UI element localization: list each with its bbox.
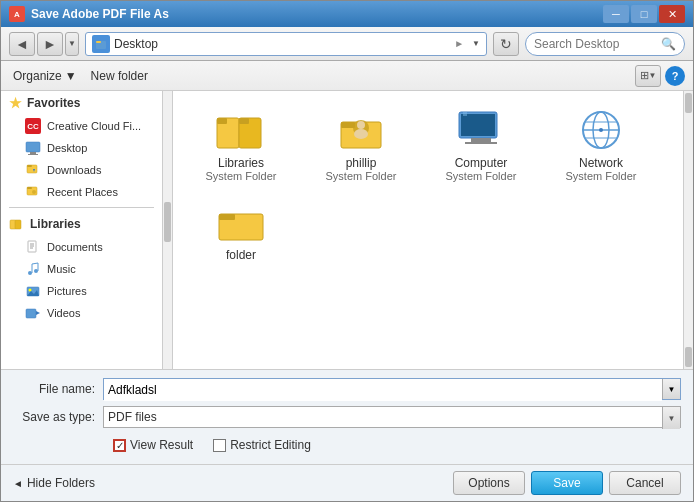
- sidebar-item-downloads-label: Downloads: [47, 164, 101, 176]
- sidebar-item-videos-label: Videos: [47, 307, 80, 319]
- svg-rect-6: [28, 154, 38, 155]
- svg-point-36: [357, 121, 365, 129]
- downloads-icon: [25, 162, 41, 178]
- file-list-area: Libraries System Folder phill: [173, 91, 683, 369]
- form-area: File name: ▼ Save as type: PDF files ▼ ✓…: [1, 370, 693, 464]
- close-button[interactable]: ✕: [659, 5, 685, 23]
- file-item-name: folder: [226, 248, 256, 262]
- view-result-checkbox[interactable]: ✓: [113, 439, 126, 452]
- user-icon: [335, 108, 387, 152]
- sidebar-item-creative-cloud[interactable]: CC Creative Cloud Fi...: [1, 115, 162, 137]
- footer: ◄ Hide Folders Options Save Cancel: [1, 464, 693, 501]
- window-title: Save Adobe PDF File As: [31, 7, 169, 21]
- sidebar-item-recent-places[interactable]: Recent Places: [1, 181, 162, 203]
- list-item[interactable]: Network System Folder: [541, 99, 661, 191]
- svg-rect-34: [341, 122, 355, 128]
- sidebar-item-pictures-label: Pictures: [47, 285, 87, 297]
- maximize-button[interactable]: □: [631, 5, 657, 23]
- save-button[interactable]: Save: [531, 471, 603, 495]
- location-bar[interactable]: Desktop ► ▼: [85, 32, 487, 56]
- navigation-toolbar: ◄ ► ▼ Desktop ► ▼ ↻ 🔍: [1, 27, 693, 61]
- sidebar-item-pictures[interactable]: Pictures: [1, 280, 162, 302]
- svg-rect-50: [219, 214, 235, 220]
- window-controls: ─ □ ✕: [603, 5, 685, 23]
- sidebar-item-recent-places-label: Recent Places: [47, 186, 118, 198]
- restrict-editing-checkbox[interactable]: [213, 439, 226, 452]
- new-folder-button[interactable]: New folder: [87, 65, 152, 87]
- save-as-type-label: Save as type:: [13, 410, 103, 424]
- svg-point-20: [34, 269, 38, 273]
- view-dropdown-icon: ▼: [649, 71, 657, 80]
- sidebar-item-desktop[interactable]: Desktop: [1, 137, 162, 159]
- file-name-dropdown-button[interactable]: ▼: [662, 379, 680, 399]
- organize-dropdown-icon: ▼: [65, 69, 77, 83]
- cancel-button[interactable]: Cancel: [609, 471, 681, 495]
- sidebar-item-music[interactable]: Music: [1, 258, 162, 280]
- view-result-label: View Result: [130, 438, 193, 452]
- svg-point-19: [28, 271, 32, 275]
- refresh-button[interactable]: ↻: [493, 32, 519, 56]
- sidebar-panel: ★ Favorites CC Creative Cloud Fi...: [1, 91, 173, 369]
- list-item[interactable]: Libraries System Folder: [181, 99, 301, 191]
- file-name-wrapper: ▼: [103, 378, 681, 400]
- sidebar-divider: [9, 207, 154, 208]
- list-item[interactable]: phillip System Folder: [301, 99, 421, 191]
- minimize-button[interactable]: ─: [603, 5, 629, 23]
- sidebar-item-videos[interactable]: Videos: [1, 302, 162, 324]
- file-item-name: Libraries: [218, 156, 264, 170]
- svg-point-12: [32, 190, 36, 194]
- svg-rect-40: [471, 138, 491, 142]
- search-input[interactable]: [534, 37, 657, 51]
- libraries-label: Libraries: [30, 217, 81, 231]
- file-item-type: System Folder: [446, 170, 517, 182]
- svg-marker-28: [36, 311, 40, 315]
- folder-icon: [215, 200, 267, 244]
- options-button[interactable]: Options: [453, 471, 525, 495]
- svg-point-25: [29, 289, 32, 292]
- hide-folders-button[interactable]: ◄ Hide Folders: [13, 476, 95, 490]
- nav-dropdown-button[interactable]: ▼: [65, 32, 79, 56]
- file-list-scrollbar[interactable]: [683, 91, 693, 369]
- checkbox-row: ✓ View Result Restrict Editing: [13, 434, 681, 456]
- file-item-name: phillip: [346, 156, 377, 170]
- list-item[interactable]: Computer System Folder: [421, 99, 541, 191]
- save-type-wrapper: PDF files ▼: [103, 406, 681, 428]
- file-item-name: Computer: [455, 156, 508, 170]
- svg-rect-27: [26, 309, 36, 318]
- sidebar-scrollbar[interactable]: [162, 91, 172, 369]
- help-button[interactable]: ?: [665, 66, 685, 86]
- view-icon: ⊞: [640, 69, 649, 82]
- help-icon: ?: [672, 70, 679, 82]
- svg-rect-14: [15, 220, 21, 229]
- save-as-type-row: Save as type: PDF files ▼: [13, 406, 681, 428]
- file-list: Libraries System Folder phill: [173, 91, 683, 369]
- main-content: ★ Favorites CC Creative Cloud Fi...: [1, 91, 693, 370]
- file-name-label: File name:: [13, 382, 103, 396]
- title-bar-left: A Save Adobe PDF File As: [9, 6, 169, 22]
- view-button[interactable]: ⊞ ▼: [635, 65, 661, 87]
- location-text: Desktop: [114, 37, 450, 51]
- search-box[interactable]: 🔍: [525, 32, 685, 56]
- organize-button[interactable]: Organize ▼: [9, 65, 81, 87]
- forward-button[interactable]: ►: [37, 32, 63, 56]
- svg-rect-39: [461, 114, 495, 136]
- music-icon: [25, 261, 41, 277]
- sidebar-item-documents[interactable]: Documents: [1, 236, 162, 258]
- file-name-row: File name: ▼: [13, 378, 681, 400]
- list-item[interactable]: folder: [181, 191, 301, 271]
- svg-rect-4: [26, 142, 40, 152]
- star-icon: ★: [9, 95, 22, 111]
- network-icon: [575, 108, 627, 152]
- back-button[interactable]: ◄: [9, 32, 35, 56]
- view-result-checkmark: ✓: [116, 440, 124, 451]
- restrict-editing-checkbox-item[interactable]: Restrict Editing: [213, 438, 311, 452]
- toolbar-right: ⊞ ▼ ?: [635, 65, 685, 87]
- svg-rect-3: [96, 41, 101, 43]
- svg-rect-5: [30, 152, 36, 154]
- save-type-dropdown-button[interactable]: ▼: [662, 407, 680, 429]
- file-name-input[interactable]: [104, 379, 662, 401]
- title-bar: A Save Adobe PDF File As ─ □ ✕: [1, 1, 693, 27]
- view-result-checkbox-item[interactable]: ✓ View Result: [113, 438, 193, 452]
- sidebar-favorites-header: ★ Favorites: [1, 91, 162, 115]
- sidebar-item-downloads[interactable]: Downloads: [1, 159, 162, 181]
